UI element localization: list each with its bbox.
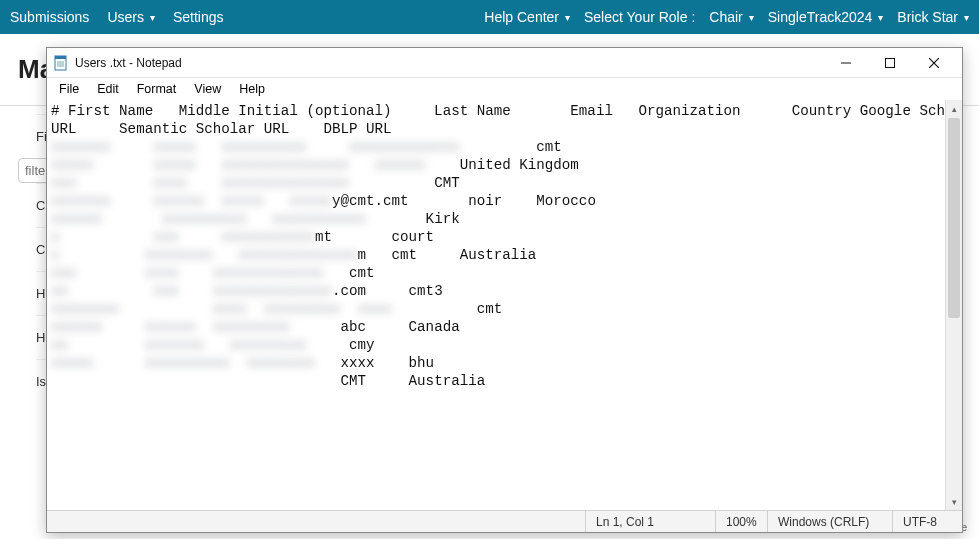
menu-help[interactable]: Help (231, 80, 273, 98)
window-title: Users .txt - Notepad (75, 56, 182, 70)
menu-format[interactable]: Format (129, 80, 185, 98)
minimize-icon (841, 58, 851, 68)
nav-right: Help Center▾ Select Your Role : Chair▾ S… (484, 9, 969, 25)
status-spacer (47, 511, 585, 532)
navbar: Submissions Users▾ Settings Help Center▾… (0, 0, 979, 34)
nav-conference[interactable]: SingleTrack2024▾ (768, 9, 884, 25)
notepad-window: Users .txt - Notepad File Edit Format Vi… (46, 47, 963, 533)
menu-edit[interactable]: Edit (89, 80, 127, 98)
statusbar: Ln 1, Col 1 100% Windows (CRLF) UTF-8 (47, 510, 962, 532)
editor-area: # First Name Middle Initial (optional) L… (47, 100, 962, 510)
nav-role-chair[interactable]: Chair▾ (709, 9, 753, 25)
nav-settings[interactable]: Settings (173, 9, 224, 25)
side-label-5: Is (36, 374, 46, 389)
maximize-button[interactable] (868, 49, 912, 77)
window-controls (824, 49, 956, 77)
status-position: Ln 1, Col 1 (585, 511, 715, 532)
chevron-down-icon: ▾ (964, 12, 969, 23)
side-label-3: H (36, 286, 45, 301)
nav-left: Submissions Users▾ Settings (10, 9, 224, 25)
status-zoom: 100% (715, 511, 767, 532)
titlebar[interactable]: Users .txt - Notepad (47, 48, 962, 78)
menubar: File Edit Format View Help (47, 78, 962, 100)
status-eol: Windows (CRLF) (767, 511, 892, 532)
text-editor[interactable]: # First Name Middle Initial (optional) L… (47, 100, 945, 510)
svg-rect-1 (55, 56, 66, 59)
scrollbar-thumb[interactable] (948, 118, 960, 318)
nav-user-menu[interactable]: Brick Star▾ (897, 9, 969, 25)
chevron-down-icon: ▾ (150, 12, 155, 23)
vertical-scrollbar[interactable]: ▴ ▾ (945, 100, 962, 510)
close-button[interactable] (912, 49, 956, 77)
close-icon (929, 58, 939, 68)
menu-view[interactable]: View (186, 80, 229, 98)
scroll-down-icon[interactable]: ▾ (946, 493, 962, 510)
scroll-up-icon[interactable]: ▴ (946, 100, 962, 117)
nav-users[interactable]: Users▾ (107, 9, 155, 25)
side-label-2: C (36, 242, 45, 257)
nav-help-center[interactable]: Help Center▾ (484, 9, 570, 25)
svg-rect-6 (886, 58, 895, 67)
chevron-down-icon: ▾ (749, 12, 754, 23)
chevron-down-icon: ▾ (565, 12, 570, 23)
status-encoding: UTF-8 (892, 511, 962, 532)
chevron-down-icon: ▾ (878, 12, 883, 23)
nav-submissions[interactable]: Submissions (10, 9, 89, 25)
nav-role-label: Select Your Role : (584, 9, 695, 25)
menu-file[interactable]: File (51, 80, 87, 98)
minimize-button[interactable] (824, 49, 868, 77)
maximize-icon (885, 58, 895, 68)
notepad-icon (53, 55, 69, 71)
